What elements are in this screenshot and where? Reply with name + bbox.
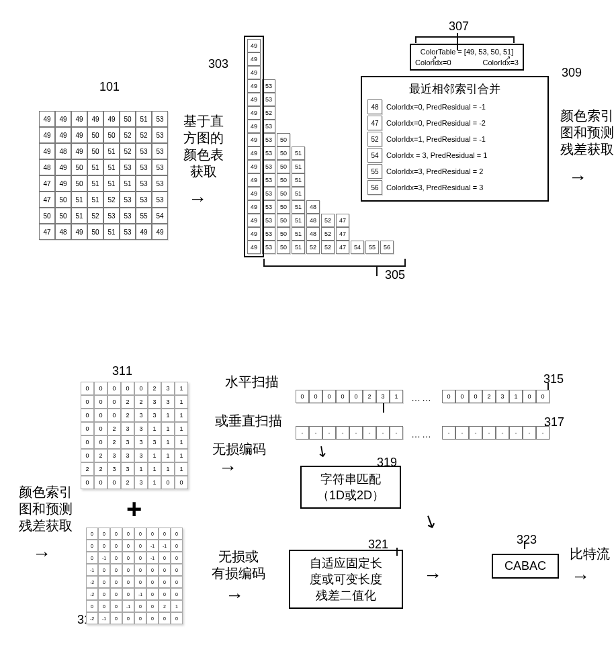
cell: 0 [161, 476, 175, 489]
cell: 0 [94, 395, 107, 409]
cell: 1 [175, 422, 188, 435]
cell: - [376, 426, 390, 439]
cell: 1 [509, 390, 523, 403]
cell: 3 [134, 476, 148, 489]
cell: 0 [94, 476, 107, 489]
cell: 51 [103, 224, 120, 240]
cell: 51 [87, 192, 103, 208]
cell: 2 [107, 422, 121, 435]
cell: 49 [39, 127, 55, 143]
cell: 0 [94, 409, 107, 422]
cell: 0 [536, 390, 549, 403]
cell: 0 [159, 552, 171, 564]
cell: 55 [367, 164, 382, 179]
cell: 2 [107, 435, 121, 449]
cell: 0 [110, 588, 122, 600]
cell: 0 [134, 382, 148, 395]
arrow: → [32, 543, 51, 564]
box-319: 字符串匹配 （1D或2D） [300, 466, 401, 509]
cell: 3 [107, 462, 121, 476]
bracket-305 [263, 259, 406, 267]
cell: 3 [148, 435, 161, 449]
cell: 51 [292, 227, 305, 241]
cell: - [482, 426, 496, 439]
cell: 0 [98, 528, 110, 540]
ellipsis: …… [411, 429, 433, 439]
cell: 0 [122, 588, 134, 600]
cell: 1 [148, 476, 161, 489]
merge-text: ColorIdx=0, PredResidual = -1 [386, 103, 486, 111]
bracket-stem [376, 267, 378, 276]
cell: 50 [277, 133, 290, 146]
cell: 50 [71, 175, 87, 192]
cell: 0 [122, 552, 134, 564]
cell: 1 [148, 449, 161, 462]
cell: 49 [71, 127, 87, 143]
cell: 49 [55, 159, 71, 175]
cell: 1 [175, 435, 188, 449]
ref-303: 303 [208, 57, 228, 71]
cell: 2 [81, 462, 94, 476]
cell: 53 [262, 200, 275, 214]
cell: 51 [292, 146, 305, 160]
cell: 3 [376, 390, 390, 403]
cell: 0 [296, 390, 309, 403]
cell: 1 [148, 462, 161, 476]
cell: 51 [103, 175, 120, 192]
cell: 51 [292, 187, 305, 200]
cell: 48 [367, 99, 382, 114]
cell: 0 [98, 588, 110, 600]
cell: 2 [121, 476, 134, 489]
merge-text: ColorIdx=3, PredResidual = 3 [386, 183, 483, 192]
cell: 0 [134, 600, 146, 612]
ref-101: 101 [99, 80, 120, 94]
cell: 3 [107, 449, 121, 462]
cell: 0 [455, 390, 469, 403]
cell: 0 [134, 528, 146, 540]
cell: 53 [262, 241, 275, 254]
cell: 50 [87, 224, 103, 240]
cell: 47 [39, 192, 55, 208]
cell: 1 [175, 395, 188, 409]
cell: 0 [171, 588, 183, 600]
ref-311: 311 [112, 364, 132, 378]
cell: -1 [146, 540, 159, 552]
cell: 0 [107, 382, 121, 395]
cell: 56 [380, 241, 394, 254]
cell: 0 [98, 576, 110, 588]
cell: - [509, 426, 523, 439]
cell: 0 [107, 409, 121, 422]
cell: 0 [122, 612, 134, 624]
label-output-top: 颜色索引 图和预测 残差获取 [560, 108, 614, 158]
cell: 53 [136, 143, 152, 159]
cell: 51 [292, 200, 305, 214]
cell: 50 [277, 146, 290, 160]
cell: 2 [134, 395, 148, 409]
arrow: ↘ [419, 509, 441, 534]
cell: 53 [152, 127, 168, 143]
cell: 0 [146, 588, 159, 600]
cell: 0 [146, 564, 159, 576]
cell: 3 [121, 449, 134, 462]
cell: 49 [152, 224, 168, 240]
cell: 54 [351, 241, 364, 254]
box-321: 自适应固定长 度或可变长度 残差二值化 [289, 550, 403, 609]
cell: 53 [262, 173, 275, 187]
cell: 0 [322, 390, 336, 403]
cell: 52 [321, 227, 335, 241]
cell: 0 [94, 422, 107, 435]
cell: 0 [146, 600, 159, 612]
cell: 53 [262, 214, 275, 227]
merge-text: ColorIdx = 3, PredResidual = 1 [386, 151, 487, 159]
cell: - [442, 426, 455, 439]
cell: 50 [87, 127, 103, 143]
cell: 50 [277, 173, 290, 187]
label-horiz-scan: 水平扫描 [225, 374, 279, 390]
cell: 1 [175, 449, 188, 462]
cell: - [349, 426, 363, 439]
cell: 48 [55, 143, 71, 159]
cell: 3 [121, 435, 134, 449]
cell: 0 [86, 528, 98, 540]
cell: 49 [71, 143, 87, 159]
grid-313: 0000000000000-1-100-1000-100-10000000-20… [86, 528, 183, 624]
